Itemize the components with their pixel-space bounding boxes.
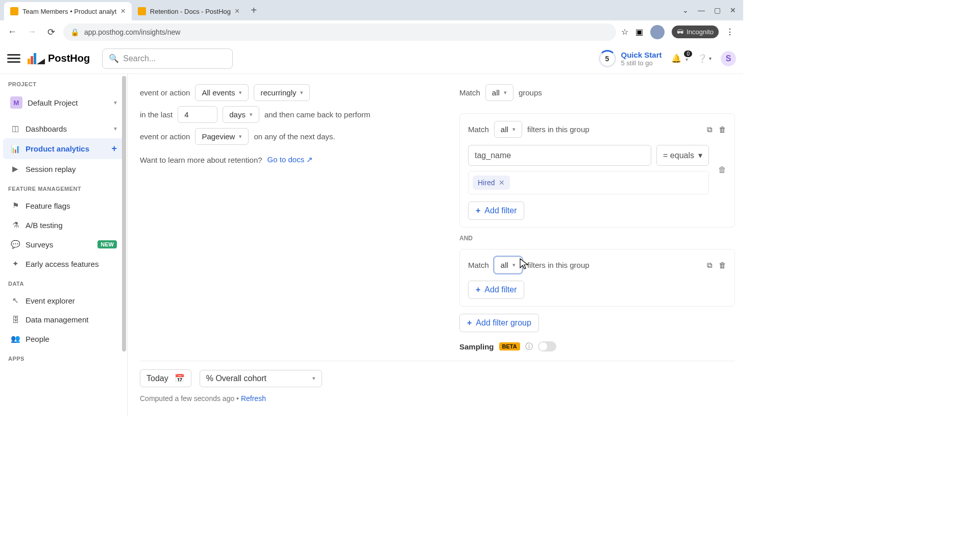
sidebar-item-ab-testing[interactable]: ⚗ A/B testing	[3, 215, 124, 235]
delete-group-button[interactable]: 🗑	[719, 261, 726, 270]
select-period-unit[interactable]: days▾	[223, 106, 259, 123]
chevron-down-icon: ▾	[114, 99, 117, 106]
tab-title: Team Members • Product analyt	[22, 8, 116, 15]
search-icon: 🔍	[109, 54, 119, 63]
favicon-posthog	[138, 7, 146, 15]
tab-title: Retention - Docs - PostHog	[150, 8, 231, 15]
copy-group-button[interactable]: ⧉	[707, 125, 713, 134]
date-range-button[interactable]: Today 📅	[140, 369, 191, 387]
quick-start-subtitle: 5 still to go	[621, 59, 662, 67]
close-icon[interactable]: ×	[235, 7, 239, 16]
notifications-button[interactable]: 🔔 0 ▾	[671, 54, 688, 63]
search-placeholder: Search...	[123, 54, 156, 63]
sidebar-item-product-analytics[interactable]: 📊 Product analytics +	[3, 138, 124, 159]
chevron-down-icon: ▾	[239, 89, 242, 96]
cohort-select[interactable]: % Overall cohort ▾	[200, 370, 322, 387]
flask-icon: ⚗	[10, 220, 20, 230]
learn-more-text: Want to learn more about retention?	[140, 156, 262, 164]
copy-icon: ⧉	[707, 125, 713, 134]
plus-icon: +	[476, 285, 480, 294]
flag-icon: ⚑	[10, 201, 20, 210]
install-icon[interactable]: ▣	[635, 27, 643, 37]
sidebar-item-data-management[interactable]: 🗄 Data management	[3, 310, 124, 329]
plus-icon: +	[476, 206, 480, 215]
play-icon: ▶	[10, 164, 20, 173]
close-icon[interactable]: ×	[120, 7, 125, 16]
back-button[interactable]: ←	[5, 25, 19, 39]
new-tab-button[interactable]: +	[246, 5, 262, 16]
select-recurring[interactable]: recurringly▾	[254, 84, 310, 101]
add-filter-group-button[interactable]: + Add filter group	[459, 314, 539, 332]
search-input[interactable]: 🔍 Search...	[102, 48, 233, 69]
sidebar-item-event-explorer[interactable]: ↖ Event explorer	[3, 291, 124, 310]
select-match-filters-2[interactable]: all▾	[494, 257, 522, 273]
forward-button[interactable]: →	[24, 25, 39, 39]
user-avatar-button[interactable]: S	[721, 51, 736, 66]
mouse-cursor-icon	[519, 258, 529, 270]
delete-filter-button[interactable]: 🗑	[718, 165, 726, 174]
tab-bar: Team Members • Product analyt × Retentio…	[0, 0, 743, 20]
close-window-icon[interactable]: ✕	[730, 6, 736, 14]
tab-retention-docs[interactable]: Retention - Docs - PostHog ×	[132, 2, 246, 20]
select-match-filters-1[interactable]: all▾	[494, 121, 522, 138]
refresh-link[interactable]: Refresh	[241, 394, 266, 403]
star-icon: ✦	[10, 259, 20, 268]
sidebar-item-surveys[interactable]: 💬 Surveys NEW	[3, 235, 124, 254]
quick-start-button[interactable]: 5 Quick Start 5 still to go	[599, 50, 662, 67]
chat-icon: 💬	[10, 240, 20, 249]
star-icon[interactable]: ☆	[621, 27, 628, 37]
chevron-down-icon: ▾	[300, 89, 303, 96]
help-button[interactable]: ❔ ▾	[697, 54, 712, 63]
copy-group-button[interactable]: ⧉	[707, 261, 713, 270]
select-return-event[interactable]: Pageview▾	[195, 128, 249, 145]
sidebar-item-feature-flags[interactable]: ⚑ Feature flags	[3, 196, 124, 215]
input-period-count[interactable]: 4	[178, 106, 217, 123]
delete-group-button[interactable]: 🗑	[719, 125, 726, 134]
url-input[interactable]: 🔒 app.posthog.com/insights/new	[63, 23, 616, 41]
add-filter-button-2[interactable]: + Add filter	[468, 281, 524, 299]
select-property-name[interactable]: tag_name	[468, 145, 651, 166]
maximize-icon[interactable]: ▢	[714, 6, 721, 14]
add-filter-button-1[interactable]: + Add filter	[468, 202, 524, 220]
kebab-menu-icon[interactable]: ⋮	[726, 27, 734, 37]
svg-rect-0	[28, 59, 30, 64]
sidebar-item-people[interactable]: 👥 People	[3, 329, 124, 348]
select-match-groups[interactable]: all▾	[485, 84, 513, 101]
posthog-logo[interactable]: PostHog	[28, 53, 90, 64]
svg-rect-1	[31, 56, 33, 64]
profile-avatar-icon[interactable]	[650, 25, 665, 39]
progress-ring-icon: 5	[599, 50, 616, 67]
external-link-icon: ↗	[306, 155, 313, 164]
info-icon[interactable]: ⓘ	[525, 342, 533, 352]
project-name: Default Project	[28, 98, 78, 107]
chevron-down-icon[interactable]: ⌄	[682, 6, 689, 14]
section-data: DATA	[0, 273, 127, 291]
reload-button[interactable]: ⟳	[44, 25, 58, 39]
sidebar-item-dashboards[interactable]: ◫ Dashboards ▾	[3, 119, 124, 138]
chevron-down-icon: ▾	[685, 57, 688, 62]
new-badge: NEW	[97, 240, 117, 248]
remove-chip-button[interactable]: ✕	[499, 179, 505, 187]
go-to-docs-link[interactable]: Go to docs ↗	[267, 155, 313, 164]
plus-icon[interactable]: +	[111, 143, 117, 154]
sidebar-scrollbar[interactable]	[121, 74, 127, 416]
select-initial-event[interactable]: All events▾	[195, 84, 249, 101]
label-match: Match	[468, 261, 489, 269]
quick-start-title: Quick Start	[621, 51, 662, 59]
project-selector[interactable]: M Default Project ▾	[3, 91, 124, 114]
cursor-icon: ↖	[10, 296, 20, 305]
tab-team-members[interactable]: Team Members • Product analyt ×	[4, 2, 132, 20]
filter-groups-panel: Match all▾ groups Match all▾ filters	[459, 79, 735, 352]
value-input[interactable]: Hired ✕	[468, 171, 709, 194]
menu-toggle-button[interactable]	[7, 52, 20, 65]
sampling-toggle[interactable]	[538, 341, 556, 352]
favicon-posthog	[10, 7, 18, 15]
minimize-icon[interactable]: —	[698, 6, 705, 14]
bars-icon: 📊	[10, 144, 20, 154]
chevron-down-icon: ▾	[698, 151, 702, 160]
select-operator[interactable]: = equals▾	[656, 145, 709, 166]
sidebar-item-early-access[interactable]: ✦ Early access features	[3, 254, 124, 273]
sidebar-item-session-replay[interactable]: ▶ Session replay	[3, 159, 124, 179]
chevron-down-icon: ▾	[512, 262, 516, 268]
app-header: PostHog 🔍 Search... 5 Quick Start 5 stil…	[0, 43, 743, 74]
